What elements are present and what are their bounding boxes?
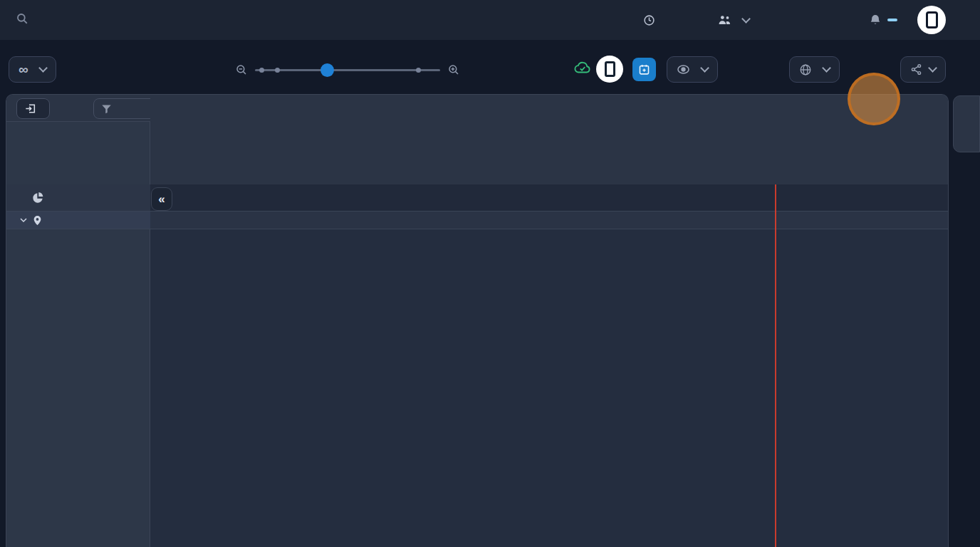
chevron-down-icon bbox=[822, 63, 831, 73]
date-header bbox=[150, 95, 949, 184]
current-time-line bbox=[775, 184, 776, 547]
chevron-down-icon bbox=[928, 63, 937, 73]
sync-status-icon bbox=[574, 61, 591, 75]
funnel-icon bbox=[101, 104, 112, 114]
chevron-down-icon bbox=[38, 63, 48, 73]
top-bar bbox=[0, 0, 980, 40]
timezone-dropdown[interactable] bbox=[789, 56, 840, 83]
zoom-in-icon[interactable] bbox=[447, 63, 460, 76]
chevron-down-icon bbox=[741, 14, 751, 24]
notification-badge[interactable] bbox=[887, 19, 897, 21]
zoom-slider-rail bbox=[255, 69, 440, 71]
search-icon bbox=[16, 12, 28, 25]
today-button[interactable] bbox=[16, 98, 50, 119]
logo-glyph bbox=[605, 61, 615, 77]
team-icon bbox=[718, 14, 731, 26]
utilisation-row-label bbox=[6, 184, 150, 212]
location-pin-icon bbox=[33, 215, 42, 226]
zoom-out-icon[interactable] bbox=[235, 63, 248, 76]
tab-months[interactable] bbox=[953, 95, 980, 152]
logo-glyph bbox=[926, 11, 938, 28]
zoom-stop bbox=[275, 68, 280, 73]
infinity-icon: ∞ bbox=[19, 62, 28, 78]
chevron-down-icon bbox=[19, 216, 28, 224]
avatar[interactable] bbox=[917, 6, 946, 34]
zoom-stop bbox=[259, 68, 264, 73]
globe-icon bbox=[799, 63, 812, 76]
company-menu[interactable] bbox=[718, 0, 749, 40]
chevron-down-icon bbox=[700, 63, 709, 73]
calendar-filter-dropdown[interactable] bbox=[667, 56, 718, 83]
share-dropdown[interactable] bbox=[900, 56, 946, 83]
pie-chart-icon bbox=[32, 192, 43, 204]
zoom-slider-handle[interactable] bbox=[320, 63, 334, 77]
zoom-slider[interactable] bbox=[255, 63, 440, 77]
jump-to-today-icon bbox=[25, 103, 36, 114]
location-group-berlin[interactable] bbox=[6, 212, 150, 229]
calendar-add-button[interactable] bbox=[632, 58, 656, 81]
view-mode-dropdown[interactable]: ∞ bbox=[9, 56, 56, 83]
eye-icon bbox=[677, 64, 690, 75]
schedule-board: ◇ ✕ « bbox=[6, 94, 949, 547]
bell-icon[interactable] bbox=[869, 14, 882, 27]
share-icon bbox=[910, 63, 922, 75]
search-input[interactable] bbox=[36, 13, 235, 25]
workspace-logo[interactable] bbox=[596, 56, 623, 83]
zoom-stop bbox=[416, 68, 421, 73]
collapse-panel-button[interactable]: « bbox=[151, 187, 172, 211]
clock-icon bbox=[643, 14, 655, 26]
